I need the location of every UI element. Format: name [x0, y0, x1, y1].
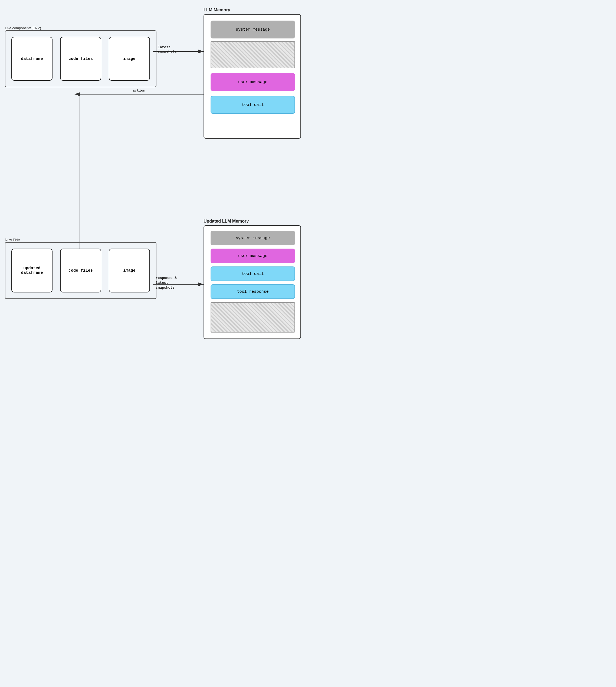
bottom-tool-response: tool response: [211, 284, 295, 299]
top-component-image: image: [109, 37, 150, 81]
bottom-snapshot-box: [211, 302, 295, 332]
svg-text:snapshots: snapshots: [158, 49, 177, 53]
svg-text:latest: latest: [158, 45, 171, 49]
svg-text:action: action: [133, 89, 145, 93]
top-component-dataframe: dataframe: [12, 37, 52, 81]
new-env-label: New ENV: [5, 238, 20, 242]
llm-memory-title-top: LLM Memory: [203, 7, 230, 13]
llm-memory-box-top: system message user message tool call: [203, 14, 301, 138]
bottom-user-message: user message: [211, 249, 295, 263]
svg-text:latest: latest: [156, 281, 168, 285]
top-component-codefiles: code files: [60, 37, 101, 81]
bottom-component-dataframe: updateddataframe: [12, 249, 52, 293]
llm-memory-title-bottom: Updated LLM Memory: [203, 219, 249, 224]
bottom-component-image: image: [109, 249, 150, 293]
top-snapshot-box: [211, 41, 295, 68]
llm-memory-box-bottom: system message user message tool call to…: [203, 225, 301, 339]
diagram-container: latest snapshots action response & lates…: [0, 0, 308, 343]
svg-text:snapshots: snapshots: [156, 286, 175, 290]
bottom-tool-call: tool call: [211, 266, 295, 281]
svg-text:response &: response &: [156, 276, 177, 280]
top-system-message: system message: [211, 21, 295, 39]
live-env-label: Live components(ENV): [5, 26, 41, 30]
top-tool-call: tool call: [211, 96, 295, 114]
bottom-component-codefiles: code files: [60, 249, 101, 293]
top-user-message: user message: [211, 73, 295, 91]
bottom-system-message: system message: [211, 231, 295, 245]
